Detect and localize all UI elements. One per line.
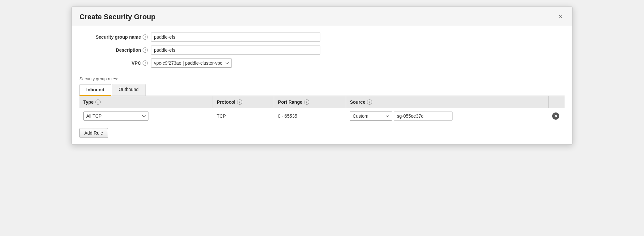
- rules-section: Security group rules: Inbound Outbound T…: [79, 73, 565, 138]
- type-select[interactable]: All TCP All UDP All ICMP Custom TCP Rule…: [83, 111, 148, 121]
- description-info-icon[interactable]: i: [143, 47, 148, 53]
- vpc-label: VPC i: [79, 60, 151, 66]
- port-range-info-icon[interactable]: i: [304, 99, 309, 105]
- tab-outbound[interactable]: Outbound: [112, 84, 146, 96]
- dialog-title: Create Security Group: [79, 13, 156, 21]
- col-header-protocol: Protocol i: [213, 96, 274, 108]
- table-row: All TCP All UDP All ICMP Custom TCP Rule…: [79, 108, 565, 124]
- source-container: Custom Anywhere My IP: [350, 111, 544, 121]
- dialog-header: Create Security Group ×: [72, 7, 572, 26]
- source-type-select[interactable]: Custom Anywhere My IP: [350, 111, 392, 121]
- delete-icon: ✕: [552, 112, 559, 120]
- source-cell: Custom Anywhere My IP: [346, 108, 548, 124]
- rules-table: Type i Protocol i Port R: [79, 96, 565, 124]
- description-input[interactable]: [151, 46, 320, 55]
- source-value-input[interactable]: [394, 111, 453, 121]
- security-group-name-row: Security group name i: [79, 33, 565, 42]
- delete-rule-button[interactable]: ✕: [552, 112, 559, 120]
- add-rule-button[interactable]: Add Rule: [79, 128, 108, 138]
- port-range-value: 0 - 65535: [278, 113, 297, 119]
- type-info-icon[interactable]: i: [95, 99, 101, 105]
- rules-tabs: Inbound Outbound: [79, 84, 565, 96]
- close-button[interactable]: ×: [556, 13, 565, 21]
- rules-section-label: Security group rules:: [79, 73, 565, 84]
- dialog-body: Security group name i Description i VPC …: [72, 26, 572, 144]
- security-group-name-info-icon[interactable]: i: [143, 34, 148, 40]
- col-header-source: Source i: [346, 96, 548, 108]
- vpc-info-icon[interactable]: i: [143, 60, 148, 66]
- form-section: Security group name i Description i VPC …: [79, 33, 565, 68]
- col-header-action: [548, 96, 565, 108]
- delete-cell: ✕: [548, 108, 565, 124]
- tab-inbound[interactable]: Inbound: [79, 84, 111, 96]
- description-row: Description i: [79, 46, 565, 55]
- description-label: Description i: [79, 47, 151, 53]
- protocol-info-icon[interactable]: i: [237, 99, 242, 105]
- vpc-row: VPC i vpc-c9f273ae | paddle-cluster-vpc: [79, 59, 565, 68]
- create-security-group-dialog: Create Security Group × Security group n…: [71, 7, 573, 145]
- type-cell: All TCP All UDP All ICMP Custom TCP Rule…: [79, 108, 213, 124]
- rules-table-header: Type i Protocol i Port R: [79, 96, 565, 108]
- security-group-name-input[interactable]: [151, 33, 320, 42]
- source-info-icon[interactable]: i: [367, 99, 372, 105]
- vpc-select[interactable]: vpc-c9f273ae | paddle-cluster-vpc: [151, 59, 232, 68]
- rules-table-body: All TCP All UDP All ICMP Custom TCP Rule…: [79, 108, 565, 124]
- protocol-cell: TCP: [213, 108, 274, 124]
- port-range-cell: 0 - 65535: [274, 108, 346, 124]
- col-header-type: Type i: [79, 96, 213, 108]
- col-header-port-range: Port Range i: [274, 96, 346, 108]
- security-group-name-label: Security group name i: [79, 34, 151, 40]
- protocol-value: TCP: [217, 113, 226, 119]
